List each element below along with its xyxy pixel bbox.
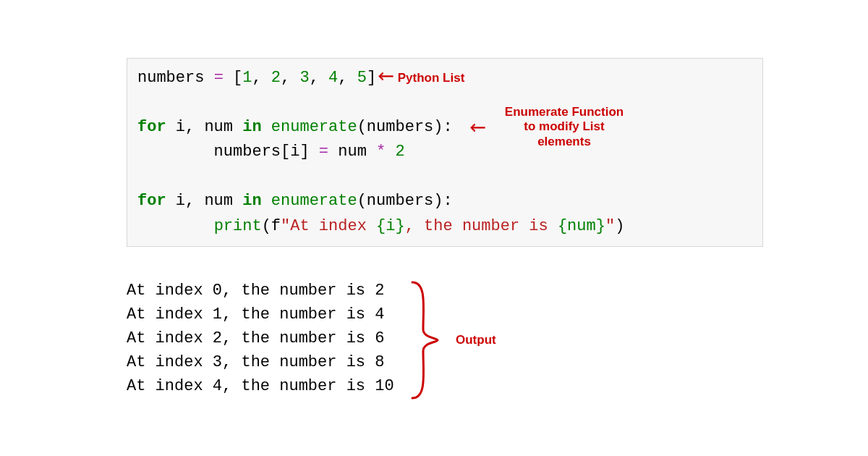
output-line: At index 1, the number is 4	[127, 305, 384, 324]
annotation-text: elements	[499, 135, 629, 149]
code-line-4: numbers[i] = num * 2	[137, 143, 405, 161]
annotation-text: Output	[456, 333, 496, 347]
code-line-3: for i, num in enumerate(numbers):	[137, 118, 453, 136]
annotation-text: Enumerate Function	[499, 105, 629, 119]
arrow-left-icon: 🡐	[470, 119, 486, 138]
annotation-enumerate: Enumerate Function to modify List elemen…	[499, 105, 629, 149]
code-line-6: for i, num in enumerate(numbers):	[137, 192, 453, 210]
output-line: At index 2, the number is 6	[127, 329, 384, 347]
annotation-text: to modify List	[499, 119, 629, 134]
code-line-7: print(f"At index {i}, the number is {num…	[137, 217, 624, 235]
output-block: At index 0, the number is 2 At index 1, …	[127, 279, 394, 398]
annotation-output: Output	[456, 333, 496, 347]
brace-icon	[405, 279, 448, 402]
output-line: At index 0, the number is 2	[127, 282, 384, 300]
annotation-python-list: 🡐 Python List	[378, 67, 464, 86]
output-line: At index 4, the number is 10	[127, 377, 394, 395]
output-line: At index 3, the number is 8	[127, 353, 384, 371]
arrow-left-icon: 🡐	[378, 67, 394, 86]
annotation-text: Python List	[398, 71, 465, 85]
code-line-1: numbers = [1, 2, 3, 4, 5]	[137, 69, 376, 87]
annotation-arrow-enumerate: 🡐	[470, 119, 486, 138]
